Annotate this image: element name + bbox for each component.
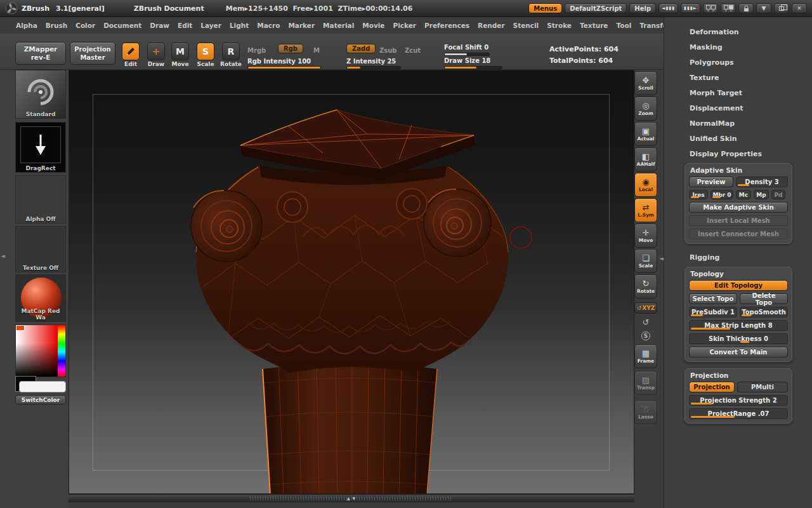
palette-header-rigging[interactable]: Rigging [664, 250, 812, 265]
pmulti-toggle-button[interactable]: PMulti [737, 382, 788, 392]
mc-toggle[interactable]: Mc [736, 190, 751, 199]
menu-tool[interactable]: Tool [616, 22, 631, 29]
toposmooth-slider[interactable]: TopoSmooth [740, 307, 788, 318]
draw-size-slider[interactable]: Draw Size 18 [444, 57, 490, 64]
draw-tool-button[interactable]: ✛ Draw [145, 43, 167, 67]
current-texture-thumbnail[interactable]: Texture Off [15, 226, 66, 272]
palette-header-deformation[interactable]: Deformation [664, 25, 812, 40]
left-panel-collapse-arrow[interactable]: ◄ [1, 253, 5, 259]
menu-layer[interactable]: Layer [200, 22, 221, 29]
zcut-toggle[interactable]: Zcut [405, 47, 421, 54]
ires-slider[interactable]: Ires [689, 190, 708, 199]
palette-header-normalmap[interactable]: NormalMap [664, 116, 812, 131]
menu-light[interactable]: Light [230, 22, 249, 29]
z-intensity-slider[interactable]: Z Intensity 25 [346, 58, 396, 65]
max-strip-length-slider[interactable]: Max Strip Length 8 [689, 320, 788, 331]
rotate-tool-button[interactable]: R Rotate [219, 43, 242, 67]
xyz-rotation-button[interactable]: ↺ XYZ [634, 302, 657, 314]
menu-macro[interactable]: Macro [257, 22, 280, 29]
hue-strip[interactable] [58, 325, 65, 377]
menus-button[interactable]: Menus [528, 3, 562, 13]
scale-tool-button[interactable]: S Scale [194, 43, 217, 67]
menu-stencil[interactable]: Stencil [513, 22, 539, 29]
draw-size-track[interactable] [444, 66, 502, 69]
current-stroke-thumbnail[interactable]: DragRect [15, 122, 66, 173]
rgb-toggle[interactable]: Rgb [278, 44, 303, 53]
menu-movie[interactable]: Movie [362, 22, 384, 29]
actual-size-button[interactable]: ▣ Actual [634, 122, 657, 146]
minimize-button[interactable]: ▼ [756, 3, 771, 13]
frame-button[interactable]: ▦ Frame [634, 344, 657, 368]
skin-thickness-slider[interactable]: Skin Thickness 0 [689, 333, 788, 344]
menu-material[interactable]: Material [323, 22, 354, 29]
scroll-button[interactable]: ✥ Scroll [634, 71, 657, 95]
screen-layout-alt-icon[interactable] [721, 3, 736, 13]
transparency-button[interactable]: ▨ Transp [634, 371, 657, 395]
presubdiv-slider[interactable]: PreSubdiv 1 [689, 307, 737, 318]
spin-view-button[interactable]: ↺ [634, 315, 657, 329]
mp-toggle[interactable]: Mp [754, 190, 769, 199]
scrollbar-arrows-icon[interactable]: ▲ ▼ [347, 496, 356, 500]
zsub-toggle[interactable]: Zsub [379, 47, 396, 54]
current-brush-thumbnail[interactable]: Standard [15, 70, 66, 119]
right-panel-collapse-arrow[interactable]: ◄ [659, 255, 664, 262]
topology-title[interactable]: Topology [689, 269, 788, 280]
switch-color-button[interactable]: SwitchColor [15, 395, 66, 404]
m-toggle[interactable]: M [313, 47, 320, 54]
canvas-scrollbar[interactable]: ▲ ▼ [69, 494, 634, 502]
color-picker[interactable] [15, 324, 66, 377]
lock-button[interactable] [738, 3, 754, 13]
menu-marker[interactable]: Marker [288, 22, 315, 29]
move-tool-button[interactable]: M Move [169, 43, 192, 67]
mrgb-toggle[interactable]: Mrgb [247, 47, 266, 54]
solo-sphere-button[interactable]: S [634, 329, 657, 343]
focal-shift-slider[interactable]: Focal Shift 0 [444, 44, 488, 51]
menu-edit[interactable]: Edit [178, 22, 192, 29]
menu-alpha[interactable]: Alpha [16, 22, 37, 29]
menu-preferences[interactable]: Preferences [424, 22, 469, 29]
local-symmetry-button[interactable]: ⇄ L.Sym [634, 198, 657, 222]
zadd-toggle[interactable]: Zadd [346, 44, 376, 53]
z-intensity-track[interactable] [346, 66, 401, 69]
main-color-swatch[interactable] [19, 381, 66, 392]
default-zscript-button[interactable]: DefaultZScript [565, 3, 627, 13]
projection-master-button[interactable]: Projection Master [70, 42, 115, 65]
palette-header-polygroups[interactable]: Polygroups [664, 55, 812, 70]
projection-title[interactable]: Projection [689, 371, 788, 382]
ui-scale-left-button[interactable]: ◄▮▮▮ [658, 3, 678, 13]
rgb-intensity-slider[interactable]: Rgb Intensity 100 [247, 58, 311, 65]
convert-to-main-button[interactable]: Convert To Main [689, 347, 788, 358]
delete-topo-button[interactable]: Delete Topo [740, 293, 788, 304]
lasso-button[interactable]: ➰ Lasso [634, 400, 657, 424]
menu-document[interactable]: Document [103, 22, 141, 29]
project-range-slider[interactable]: ProjectRange .07 [689, 408, 788, 419]
zmapper-button[interactable]: ZMapper rev-E [15, 42, 66, 65]
preview-button[interactable]: Preview [689, 177, 733, 187]
menu-stroke[interactable]: Stroke [547, 22, 572, 29]
projection-strength-slider[interactable]: Projection Strength 2 [689, 395, 788, 406]
restore-button[interactable] [774, 3, 789, 13]
edit-topology-button[interactable]: Edit Topology [689, 280, 788, 291]
screen-layout-icon[interactable] [703, 3, 718, 13]
projection-toggle-button[interactable]: Projection [689, 382, 735, 392]
palette-header-unified-skin[interactable]: Unified Skin [664, 131, 812, 147]
ui-scale-right-button[interactable]: ▮▮▮► [681, 3, 700, 13]
pd-toggle[interactable]: Pd [771, 190, 785, 199]
document-canvas[interactable] [69, 70, 634, 494]
palette-header-display-properties[interactable]: Display Properties [664, 147, 812, 162]
adaptive-skin-title[interactable]: Adaptive Skin [689, 166, 788, 177]
menu-render[interactable]: Render [478, 22, 505, 29]
palette-header-masking[interactable]: Masking [664, 40, 812, 55]
rotate-gyro-button[interactable]: ↻ Rotate [634, 274, 657, 298]
aahalf-button[interactable]: ◧ AAHalf [634, 147, 657, 171]
rgb-intensity-track[interactable] [247, 66, 321, 69]
select-topo-button[interactable]: Select Topo [689, 293, 737, 304]
menu-picker[interactable]: Picker [393, 22, 416, 29]
menu-color[interactable]: Color [75, 22, 95, 29]
menu-brush[interactable]: Brush [46, 22, 67, 29]
make-adaptive-skin-button[interactable]: Make Adaptive Skin [689, 202, 788, 213]
focal-shift-track[interactable] [444, 53, 490, 56]
zoom-button[interactable]: ◎ Zoom [634, 97, 657, 121]
help-button[interactable]: Help [629, 3, 656, 13]
saturation-square[interactable] [16, 325, 58, 377]
